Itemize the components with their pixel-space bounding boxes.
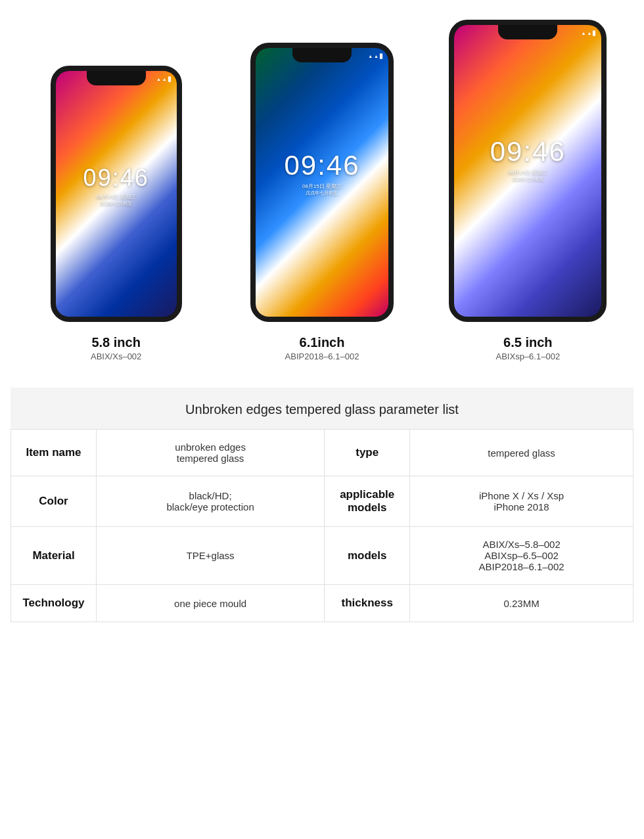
phone-model-2: ABIP2018–6.1–002 — [285, 351, 359, 361]
phone-screen-1: ▲ ▲ ▊ 09:46 08月15日 星期三 戊戌年七月初五 — [56, 71, 177, 317]
label-models: models — [325, 527, 410, 585]
label-material: Material — [11, 527, 97, 585]
value-color: black/HD;black/eye protection — [97, 476, 325, 527]
value-thickness: 0.23MM — [410, 585, 633, 622]
lock-date1-2: 08月15日 星期三 — [284, 183, 359, 190]
lock-big-time-3: 09:46 — [490, 136, 566, 168]
lock-time-2: 09:46 08月15日 星期三 戊戌年七月初五 — [284, 150, 359, 196]
label-type: type — [325, 430, 410, 476]
status-bar-3: ▲ ▲ ▊ — [459, 28, 596, 39]
value-item-name: unbroken edgestempered glass — [97, 430, 325, 476]
value-type: tempered glass — [410, 430, 633, 476]
param-table: Item name unbroken edgestempered glass t… — [11, 429, 633, 622]
lock-time-3: 09:46 08月15日 星期三 戊戌年七月初五 — [490, 136, 566, 183]
label-applicable-models: applicablemodels — [325, 476, 410, 527]
label-color: Color — [11, 476, 97, 527]
status-icons-1: ▲ ▲ ▊ — [156, 77, 172, 82]
phone-frame-3: ▲ ▲ ▊ 09:46 08月15日 星期三 戊戌年七月初五 — [449, 20, 607, 322]
phone-size-1: 5.8 inch — [91, 335, 141, 350]
phone-frame-1: ▲ ▲ ▊ 09:46 08月15日 星期三 戊戌年七月初五 — [51, 66, 182, 322]
phone-model-3: ABIXsp–6.1–002 — [496, 351, 561, 361]
table-row-2: Color black/HD;black/eye protection appl… — [11, 476, 633, 527]
phone-label-1: 5.8 inch ABIX/Xs–002 — [91, 335, 141, 361]
table-row-1: Item name unbroken edgestempered glass t… — [11, 430, 633, 476]
lock-date2-2: 戊戌年七月初五 — [284, 190, 359, 196]
lock-date2-1: 戊戌年七月初五 — [83, 200, 149, 207]
label-technology: Technology — [11, 585, 97, 622]
lock-date2-3: 戊戌年七月初五 — [490, 176, 566, 183]
table-row-4: Technology one piece mould thickness 0.2… — [11, 585, 633, 622]
phone-item-2: ▲ ▲ ▊ 09:46 08月15日 星期三 戊戌年七月初五 6.1inch A… — [219, 43, 425, 361]
phone-visual-1: ▲ ▲ ▊ 09:46 08月15日 星期三 戊戌年七月初五 — [51, 66, 182, 322]
phone-visual-3: ▲ ▲ ▊ 09:46 08月15日 星期三 戊戌年七月初五 — [449, 20, 607, 322]
label-thickness: thickness — [325, 585, 410, 622]
phone-label-2: 6.1inch ABIP2018–6.1–002 — [285, 335, 359, 361]
value-technology: one piece mould — [97, 585, 325, 622]
status-icons-3: ▲ ▲ ▊ — [582, 31, 597, 36]
phone-item-3: ▲ ▲ ▊ 09:46 08月15日 星期三 戊戌年七月初五 6.5 inch … — [425, 20, 631, 361]
value-material: TPE+glass — [97, 527, 325, 585]
lock-big-time-1: 09:46 — [83, 164, 149, 192]
label-item-name: Item name — [11, 430, 97, 476]
lock-big-time-2: 09:46 — [284, 150, 359, 181]
lock-time-1: 09:46 08月15日 星期三 戊戌年七月初五 — [83, 164, 149, 207]
value-applicable-models: iPhone X / Xs / XspiPhone 2018 — [410, 476, 633, 527]
param-section: Unbroken edges tempered glass parameter … — [11, 388, 633, 622]
phone-frame-2: ▲ ▲ ▊ 09:46 08月15日 星期三 戊戌年七月初五 — [250, 43, 394, 322]
phone-visual-2: ▲ ▲ ▊ 09:46 08月15日 星期三 戊戌年七月初五 — [250, 43, 394, 322]
value-models: ABIX/Xs–5.8–002ABIXsp–6.5–002ABIP2018–6.… — [410, 527, 633, 585]
phone-size-2: 6.1inch — [285, 335, 359, 350]
status-bar-1: ▲ ▲ ▊ — [61, 74, 172, 85]
phone-screen-2: ▲ ▲ ▊ 09:46 08月15日 星期三 戊戌年七月初五 — [256, 48, 388, 317]
phone-size-3: 6.5 inch — [496, 335, 561, 350]
status-icons-2: ▲ ▲ ▊ — [368, 54, 383, 59]
phone-item-1: ▲ ▲ ▊ 09:46 08月15日 星期三 戊戌年七月初五 5.8 inch … — [13, 66, 219, 361]
lock-date1-3: 08月15日 星期三 — [490, 169, 566, 176]
table-row-3: Material TPE+glass models ABIX/Xs–5.8–00… — [11, 527, 633, 585]
phone-screen-3: ▲ ▲ ▊ 09:46 08月15日 星期三 戊戌年七月初五 — [454, 25, 601, 317]
status-bar-2: ▲ ▲ ▊ — [261, 51, 383, 62]
lock-date1-1: 08月15日 星期三 — [83, 193, 149, 200]
phone-model-1: ABIX/Xs–002 — [91, 351, 141, 361]
phones-section: ▲ ▲ ▊ 09:46 08月15日 星期三 戊戌年七月初五 5.8 inch … — [0, 0, 644, 374]
phone-label-3: 6.5 inch ABIXsp–6.1–002 — [496, 335, 561, 361]
param-title: Unbroken edges tempered glass parameter … — [11, 388, 633, 429]
